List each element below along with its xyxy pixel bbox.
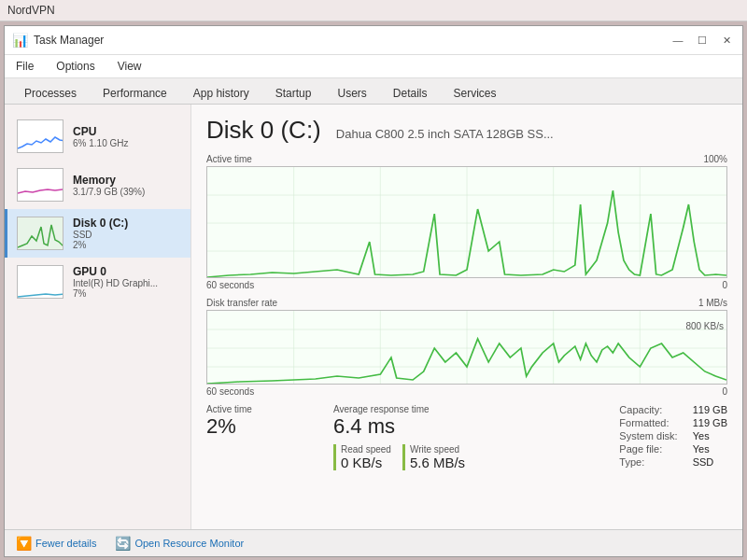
tab-services[interactable]: Services — [442, 82, 509, 104]
detail-panel: Disk 0 (C:) Dahua C800 2.5 inch SATA 128… — [191, 105, 742, 529]
fewer-details-button[interactable]: 🔽 Fewer details — [16, 536, 96, 551]
fewer-details-label: Fewer details — [35, 538, 96, 549]
chart1-label-row: Active time 100% — [206, 154, 727, 164]
chart2-min: 0 — [722, 386, 727, 397]
transfer-rate-section: Disk transfer rate 1 MB/s — [206, 298, 727, 397]
center-stats: Average response time 6.4 ms Read speed … — [333, 404, 465, 470]
os-title-bar: NordVPN — [0, 0, 747, 21]
speed-row: Read speed 0 KB/s Write speed 5.6 MB/s — [333, 444, 465, 470]
detail-header: Disk 0 (C:) Dahua C800 2.5 inch SATA 128… — [206, 116, 727, 145]
sidebar-item-memory[interactable]: Memory 3.1/7.9 GB (39%) — [5, 161, 190, 209]
sidebar-item-cpu[interactable]: CPU 6% 1.10 GHz — [5, 112, 190, 161]
read-speed-value: 0 KB/s — [341, 455, 391, 470]
gpu-mini-chart — [17, 265, 63, 299]
read-speed-stat: Read speed 0 KB/s — [333, 444, 391, 470]
window-title: Task Manager — [34, 34, 104, 47]
maximize-button[interactable]: ☐ — [694, 32, 711, 49]
active-time-section: Active time 100% — [206, 154, 727, 290]
bottom-bar: 🔽 Fewer details 🔄 Open Resource Monitor — [5, 529, 742, 556]
chart1-min: 0 — [722, 280, 727, 290]
menu-view[interactable]: View — [114, 58, 146, 75]
resource-monitor-icon: 🔄 — [115, 536, 131, 551]
active-time-value: 2% — [206, 414, 318, 439]
menu-options[interactable]: Options — [52, 58, 98, 75]
active-time-stat: Active time 2% — [206, 404, 318, 439]
write-speed-value: 5.6 MB/s — [410, 455, 465, 470]
right-stats: Capacity: 119 GB Formatted: 119 GB Syste… — [619, 404, 727, 468]
cpu-sub: 6% 1.10 GHz — [73, 138, 128, 148]
disk-sub2: 2% — [73, 240, 128, 250]
system-disk-label: System disk: — [619, 430, 677, 441]
chart1-max: 100% — [703, 154, 727, 164]
tab-users[interactable]: Users — [325, 82, 378, 104]
sidebar-item-gpu[interactable]: GPU 0 Intel(R) HD Graphi... 7% — [5, 258, 190, 306]
chart2-wrapper: 800 KB/s — [206, 310, 727, 385]
window-controls: — ☐ ✕ — [669, 32, 735, 49]
cpu-info: CPU 6% 1.10 GHz — [73, 125, 128, 148]
disk-mini-chart — [17, 217, 63, 250]
left-stats: Active time 2% — [206, 404, 318, 439]
system-disk-value: Yes — [693, 430, 727, 441]
sidebar-item-disk[interactable]: Disk 0 (C:) SSD 2% — [5, 209, 190, 258]
task-manager-window: 📊 Task Manager — ☐ ✕ File Options View P… — [4, 25, 743, 557]
chart2-time: 60 seconds — [206, 386, 254, 397]
memory-sub: 3.1/7.9 GB (39%) — [73, 187, 145, 197]
tab-performance[interactable]: Performance — [91, 82, 179, 104]
chart2-label-row: Disk transfer rate 1 MB/s — [206, 298, 727, 308]
gpu-info: GPU 0 Intel(R) HD Graphi... 7% — [73, 265, 158, 299]
avg-response-stat: Average response time 6.4 ms — [333, 404, 465, 439]
avg-response-label: Average response time — [333, 404, 465, 414]
disk-title: Disk 0 (C:) — [73, 217, 128, 230]
transfer-rate-chart — [206, 310, 727, 385]
memory-mini-chart — [17, 168, 63, 202]
chart2-time-row: 60 seconds 0 — [206, 386, 727, 397]
chart1-time-row: 60 seconds 0 — [206, 280, 727, 290]
active-time-label: Active time — [206, 404, 318, 414]
fewer-details-icon: 🔽 — [16, 536, 32, 551]
chart2-label: Disk transfer rate — [206, 298, 277, 308]
chart1-time: 60 seconds — [206, 280, 254, 290]
type-label: Type: — [619, 456, 677, 468]
os-title: NordVPN — [7, 4, 55, 17]
type-value: SSD — [693, 456, 727, 468]
tab-startup[interactable]: Startup — [263, 82, 324, 104]
cpu-title: CPU — [73, 125, 128, 138]
memory-title: Memory — [73, 174, 145, 187]
main-content: CPU 6% 1.10 GHz Memory 3.1/7.9 GB (39%) — [5, 105, 742, 529]
formatted-label: Formatted: — [619, 417, 677, 428]
close-button[interactable]: ✕ — [718, 32, 735, 49]
stats-section: Active time 2% Average response time 6.4… — [206, 404, 727, 470]
tab-details[interactable]: Details — [381, 82, 440, 104]
gpu-sub2: 7% — [73, 288, 158, 299]
menu-bar: File Options View — [5, 55, 742, 78]
avg-response-value: 6.4 ms — [333, 414, 465, 439]
page-file-value: Yes — [693, 443, 727, 455]
chart2-max: 1 MB/s — [698, 298, 727, 308]
chart2-mid-label: 800 KB/s — [685, 321, 724, 331]
tab-processes[interactable]: Processes — [12, 82, 89, 104]
sidebar: CPU 6% 1.10 GHz Memory 3.1/7.9 GB (39%) — [5, 105, 191, 529]
write-speed-stat: Write speed 5.6 MB/s — [402, 444, 465, 470]
window-title-bar: 📊 Task Manager — ☐ ✕ — [5, 26, 742, 55]
capacity-value: 119 GB — [693, 404, 727, 415]
minimize-button[interactable]: — — [669, 32, 686, 49]
tab-bar: Processes Performance App history Startu… — [5, 78, 742, 105]
window-title-left: 📊 Task Manager — [12, 33, 104, 48]
gpu-title: GPU 0 — [73, 265, 158, 278]
svg-rect-3 — [18, 266, 63, 299]
cpu-mini-chart — [17, 119, 63, 153]
read-speed-label: Read speed — [341, 444, 391, 455]
disk-sub1: SSD — [73, 230, 128, 240]
gpu-sub1: Intel(R) HD Graphi... — [73, 278, 158, 288]
tab-app-history[interactable]: App history — [181, 82, 261, 104]
open-resource-monitor-button[interactable]: 🔄 Open Resource Monitor — [115, 536, 244, 551]
write-speed-label: Write speed — [410, 444, 465, 455]
menu-file[interactable]: File — [12, 58, 37, 75]
svg-rect-0 — [18, 120, 63, 153]
resource-monitor-label: Open Resource Monitor — [134, 538, 244, 549]
page-file-label: Page file: — [619, 443, 677, 455]
detail-subtitle: Dahua C800 2.5 inch SATA 128GB SS... — [336, 127, 554, 141]
window-icon: 📊 — [12, 33, 28, 48]
svg-rect-1 — [18, 169, 63, 202]
formatted-value: 119 GB — [693, 417, 727, 428]
